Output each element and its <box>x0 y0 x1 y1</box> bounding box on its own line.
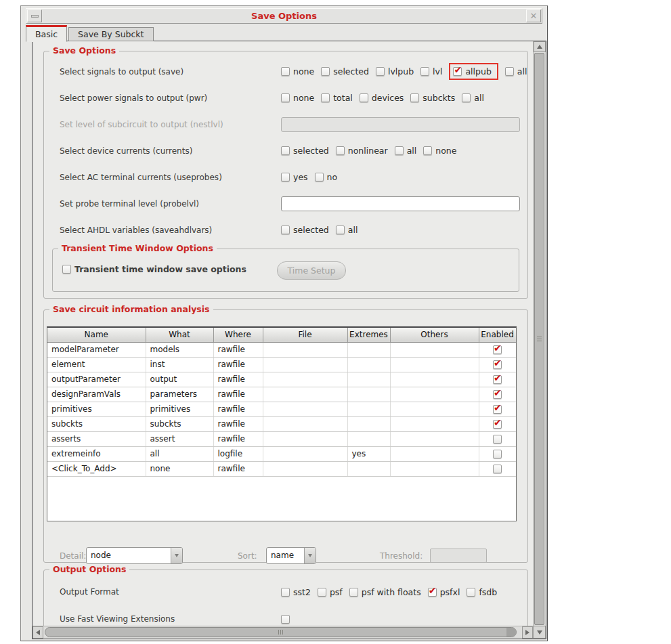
cell-what[interactable]: output <box>146 372 213 387</box>
cell-what[interactable]: none <box>146 461 213 476</box>
cell-name[interactable]: primitives <box>47 402 146 416</box>
cell-others[interactable] <box>390 342 479 357</box>
cell-where[interactable]: rawfile <box>213 402 263 416</box>
checkbox-format-psf[interactable]: psf <box>318 587 343 597</box>
column-header-enabled[interactable]: Enabled <box>479 328 516 342</box>
horizontal-scrollbar[interactable] <box>33 626 533 639</box>
checkbox-currents-nonlinear[interactable]: nonlinear <box>336 146 388 156</box>
checkbox-pwr-none[interactable]: none <box>281 93 314 103</box>
probelvl-input[interactable] <box>281 196 520 211</box>
cell-name[interactable]: designParamVals <box>47 387 146 402</box>
enabled-checkbox[interactable] <box>493 420 502 429</box>
horizontal-scrollbar-thumb[interactable] <box>45 627 517 637</box>
tab-basic[interactable]: Basic <box>26 25 67 42</box>
enabled-checkbox[interactable] <box>493 435 502 444</box>
checkbox-ahdl-selected[interactable]: selected <box>281 225 329 235</box>
vertical-scrollbar-thumb[interactable] <box>534 53 544 625</box>
checkbox-save-lvl[interactable]: lvl <box>420 66 442 77</box>
cell-what[interactable]: inst <box>146 357 213 372</box>
enabled-checkbox[interactable] <box>493 375 502 384</box>
cell-name[interactable]: element <box>47 357 146 372</box>
cell-others[interactable] <box>390 461 479 476</box>
title-bar[interactable]: Save Options ✕ <box>26 8 542 24</box>
cell-file[interactable] <box>263 402 347 416</box>
checkbox-save-none[interactable]: none <box>281 66 314 77</box>
cell-where[interactable]: rawfile <box>213 357 263 372</box>
window-menu-button[interactable] <box>27 9 42 22</box>
cell-name[interactable]: subckts <box>47 416 146 431</box>
cell-where[interactable]: rawfile <box>213 342 263 357</box>
checkbox-currents-none[interactable]: none <box>423 146 456 156</box>
cell-name[interactable]: extremeinfo <box>47 446 146 461</box>
cell-what[interactable]: models <box>146 342 213 357</box>
checkbox-pwr-subckts[interactable]: subckts <box>410 93 455 103</box>
enabled-checkbox[interactable] <box>493 345 502 354</box>
enabled-checkbox[interactable] <box>493 465 502 473</box>
cell-name[interactable]: <Click_To_Add> <box>47 461 146 476</box>
checkbox-useprobes-no[interactable]: no <box>315 172 338 182</box>
time-setup-button[interactable]: Time Setup <box>277 261 346 280</box>
checkbox-save-lvlpub[interactable]: lvlpub <box>376 66 414 77</box>
checkbox-format-psfxl[interactable]: psfxl <box>428 587 460 597</box>
column-header-name[interactable]: Name <box>47 328 146 342</box>
cell-extremes[interactable] <box>347 416 390 431</box>
column-header-others[interactable]: Others <box>390 328 479 342</box>
nestlvl-input[interactable] <box>281 117 520 132</box>
cell-others[interactable] <box>390 357 479 372</box>
cell-others[interactable] <box>390 416 479 431</box>
close-button[interactable]: ✕ <box>526 9 541 22</box>
sort-dropdown[interactable]: name <box>266 547 316 564</box>
checkbox-save-all[interactable]: all <box>505 66 527 77</box>
checkbox-transient-save-options[interactable]: Transient time window save options <box>62 264 246 274</box>
cell-extremes[interactable] <box>347 342 390 357</box>
checkbox-pwr-devices[interactable]: devices <box>360 93 404 103</box>
column-header-file[interactable]: File <box>263 328 347 342</box>
checkbox-ahdl-all[interactable]: all <box>336 225 358 235</box>
cell-name[interactable]: asserts <box>47 431 146 446</box>
cell-where[interactable]: rawfile <box>213 372 263 387</box>
checkbox-save-allpub[interactable]: allpub <box>453 66 491 77</box>
checkbox-currents-all[interactable]: all <box>395 146 417 156</box>
cell-extremes[interactable] <box>347 357 390 372</box>
checkbox-format-psf-with-floats[interactable]: psf with floats <box>349 587 421 597</box>
checkbox-useprobes-yes[interactable]: yes <box>281 172 308 182</box>
checkbox-save-selected[interactable]: selected <box>321 66 369 77</box>
cell-where[interactable]: rawfile <box>213 461 263 476</box>
cell-where[interactable]: logfile <box>213 446 263 461</box>
scroll-right-button[interactable] <box>522 626 533 639</box>
cell-file[interactable] <box>263 372 347 387</box>
checkbox-format-fsdb[interactable]: fsdb <box>467 587 497 597</box>
cell-file[interactable] <box>263 446 347 461</box>
checkbox-format-sst2[interactable]: sst2 <box>281 587 311 597</box>
cell-others[interactable] <box>390 387 479 402</box>
cell-file[interactable] <box>263 416 347 431</box>
cell-others[interactable] <box>390 372 479 387</box>
cell-file[interactable] <box>263 431 347 446</box>
cell-what[interactable]: parameters <box>146 387 213 402</box>
checkbox-currents-selected[interactable]: selected <box>281 146 329 156</box>
cell-extremes[interactable] <box>347 461 390 476</box>
cell-name[interactable]: modelParameter <box>47 342 146 357</box>
cell-extremes[interactable] <box>347 372 390 387</box>
checkbox-pwr-total[interactable]: total <box>321 93 353 103</box>
enabled-checkbox[interactable] <box>493 405 502 414</box>
vertical-scrollbar[interactable] <box>533 41 546 626</box>
cell-others[interactable] <box>390 402 479 416</box>
cell-what[interactable]: all <box>146 446 213 461</box>
threshold-input[interactable] <box>430 549 487 563</box>
column-header-where[interactable]: Where <box>213 328 263 342</box>
tab-save-by-subckt[interactable]: Save By Subckt <box>68 27 153 41</box>
scroll-left-button[interactable] <box>33 626 43 639</box>
scroll-up-button[interactable] <box>534 41 546 52</box>
cell-extremes[interactable] <box>347 387 390 402</box>
cell-file[interactable] <box>263 342 347 357</box>
cell-name[interactable]: outputParameter <box>47 372 146 387</box>
cell-file[interactable] <box>263 461 347 476</box>
cell-where[interactable]: rawfile <box>213 431 263 446</box>
checkbox-fast-viewing[interactable] <box>281 615 290 624</box>
cell-where[interactable]: rawfile <box>213 387 263 402</box>
column-header-extremes[interactable]: Extremes <box>347 328 390 342</box>
cell-file[interactable] <box>263 387 347 402</box>
cell-extremes[interactable] <box>347 431 390 446</box>
cell-what[interactable]: assert <box>146 431 213 446</box>
